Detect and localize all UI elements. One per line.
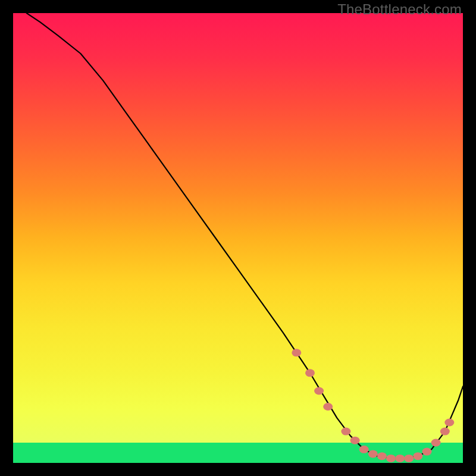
chart-background <box>13 13 463 463</box>
highlight-dot <box>395 455 405 462</box>
highlight-dot <box>404 455 414 462</box>
highlight-dot <box>386 455 396 462</box>
chart-frame <box>13 13 463 463</box>
highlight-dot <box>350 437 360 444</box>
highlight-dot <box>305 369 315 377</box>
chart-svg <box>13 13 463 463</box>
highlight-dot <box>292 349 301 356</box>
highlight-dot <box>413 452 422 460</box>
highlight-dot <box>440 428 450 436</box>
highlight-dot <box>444 419 454 427</box>
highlight-dot <box>422 448 432 456</box>
highlight-dot <box>368 450 378 458</box>
highlight-dot <box>341 428 350 436</box>
highlight-dot <box>323 403 333 411</box>
highlight-dot <box>359 446 369 453</box>
watermark-text: TheBottleneck.com <box>337 1 462 18</box>
highlight-dot <box>314 387 324 395</box>
highlight-dot <box>431 439 441 447</box>
highlight-dot <box>377 452 387 460</box>
chart-bottom-band <box>13 443 463 463</box>
